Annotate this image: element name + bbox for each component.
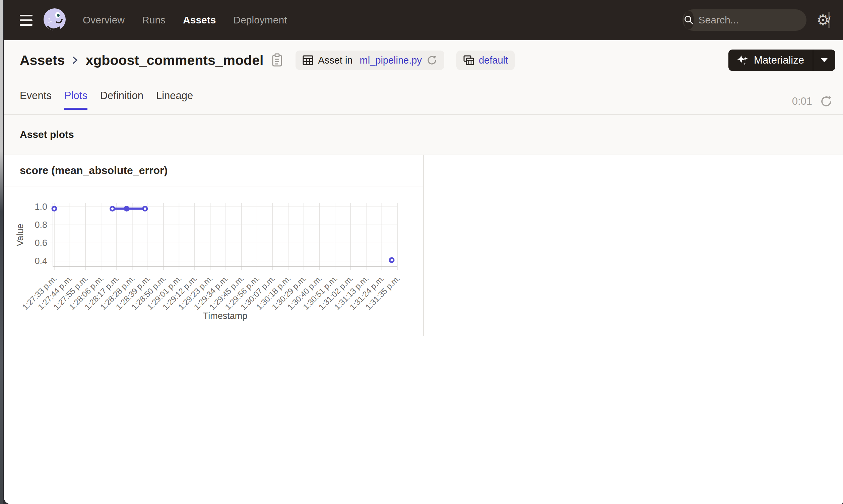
code-location-link[interactable]: default xyxy=(479,55,508,66)
tab-lineage[interactable]: Lineage xyxy=(156,90,193,110)
breadcrumb-assets-link[interactable]: Assets xyxy=(20,53,65,68)
svg-text:1.0: 1.0 xyxy=(35,202,47,212)
materialize-label: Materialize xyxy=(754,54,804,66)
plot-card: score (mean_absolute_error) 1:27:33 p.m.… xyxy=(4,155,424,336)
sparkles-icon xyxy=(737,54,749,67)
page-title: xgboost_comments_model xyxy=(85,53,263,68)
asset-in-label: Asset in xyxy=(318,55,355,66)
app-window: Overview Runs Assets Deployment / ⚙ xyxy=(3,0,843,504)
chevron-right-icon xyxy=(71,55,80,66)
search-icon xyxy=(684,11,694,30)
plot-title-row: score (mean_absolute_error) xyxy=(4,155,423,186)
pipeline-file-link[interactable]: ml_pipeline.py xyxy=(360,55,422,66)
tab-events[interactable]: Events xyxy=(20,90,52,110)
svg-text:0.6: 0.6 xyxy=(35,238,47,248)
asset-definition-badge: Asset in ml_pipeline.py xyxy=(295,51,444,70)
table-icon xyxy=(302,55,314,66)
svg-text:0.8: 0.8 xyxy=(35,220,47,230)
svg-text:Value: Value xyxy=(15,223,25,246)
plot-title: score (mean_absolute_error) xyxy=(20,164,168,177)
nav-item-runs[interactable]: Runs xyxy=(142,14,166,26)
refresh-countdown: 0:01 xyxy=(792,95,812,107)
settings-gear-icon[interactable]: ⚙ xyxy=(816,13,830,28)
svg-text:0.4: 0.4 xyxy=(35,256,47,266)
materialize-dropdown-button[interactable] xyxy=(813,50,835,71)
copy-asset-name-icon[interactable] xyxy=(271,53,283,68)
chevron-down-icon xyxy=(821,58,828,62)
section-title: Asset plots xyxy=(20,129,74,140)
search-input[interactable] xyxy=(699,14,828,26)
dagster-logo-icon[interactable] xyxy=(42,7,67,33)
breadcrumb: Assets xgboost_comments_model xyxy=(20,49,515,72)
nav-items: Overview Runs Assets Deployment xyxy=(83,14,287,26)
score-line-chart: 1:27:33 p.m.1:27:44 p.m.1:27:55 p.m.1:28… xyxy=(4,193,424,336)
materialize-split-button: Materialize xyxy=(728,50,835,71)
top-nav: Overview Runs Assets Deployment / ⚙ xyxy=(4,0,843,40)
nav-item-overview[interactable]: Overview xyxy=(83,14,125,26)
hamburger-menu-icon[interactable] xyxy=(20,15,33,26)
code-location-badge: default xyxy=(457,51,515,70)
tab-definition[interactable]: Definition xyxy=(100,90,143,110)
desktop-background-strip xyxy=(0,0,3,504)
refresh-icon[interactable] xyxy=(820,95,833,108)
materialize-button[interactable]: Materialize xyxy=(728,50,813,71)
screen: Overview Runs Assets Deployment / ⚙ xyxy=(0,0,843,504)
nav-item-deployment[interactable]: Deployment xyxy=(233,14,287,26)
svg-text:Timestamp: Timestamp xyxy=(203,311,247,321)
nav-item-assets[interactable]: Assets xyxy=(183,14,216,26)
search-bar[interactable]: / xyxy=(683,10,807,31)
nav-right: / ⚙ xyxy=(683,10,830,31)
asset-tabs: Events Plots Definition Lineage xyxy=(20,90,193,110)
tab-plots[interactable]: Plots xyxy=(64,90,87,110)
reload-definition-icon[interactable] xyxy=(426,55,437,66)
tabs-divider xyxy=(4,114,843,115)
code-location-icon xyxy=(463,55,475,66)
refresh-timer-group: 0:01 xyxy=(792,95,833,108)
